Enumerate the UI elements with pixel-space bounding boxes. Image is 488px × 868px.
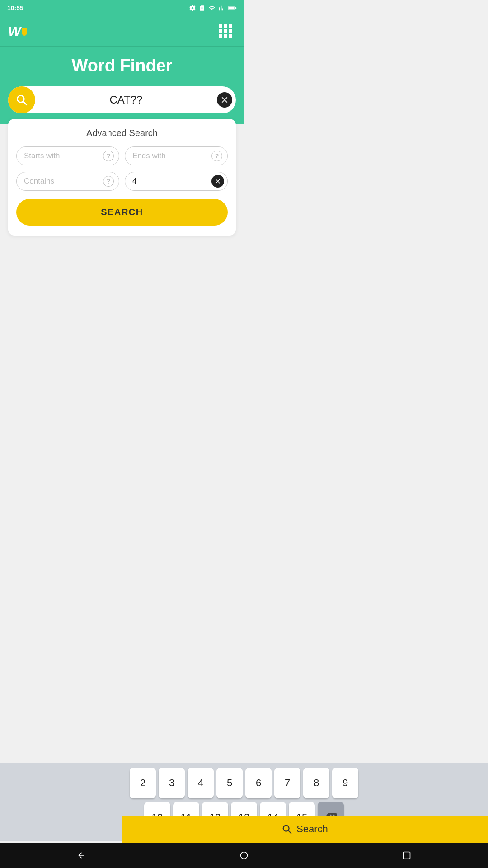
starts-with-help-icon[interactable]: ? bbox=[103, 151, 114, 161]
svg-rect-1 bbox=[235, 7, 237, 9]
wifi-icon bbox=[208, 5, 216, 11]
status-bar: 10:55 bbox=[0, 0, 244, 16]
signal-icon bbox=[219, 5, 225, 11]
main-search-bar bbox=[8, 86, 236, 113]
advanced-search-panel: Advanced Search ? ? ? SEARCH bbox=[8, 119, 236, 236]
logo-dot bbox=[22, 28, 27, 36]
magnify-icon bbox=[16, 94, 28, 106]
close-icon bbox=[221, 96, 228, 104]
status-time: 10:55 bbox=[7, 5, 23, 12]
nav-bar: W bbox=[0, 16, 244, 47]
length-wrap bbox=[125, 172, 228, 191]
advanced-search-button[interactable]: SEARCH bbox=[16, 199, 228, 226]
page-title: Word Finder bbox=[8, 56, 236, 75]
grid-menu-button[interactable] bbox=[215, 21, 236, 42]
logo-text: W bbox=[8, 24, 21, 38]
advanced-search-title: Advanced Search bbox=[16, 128, 228, 138]
main-clear-button[interactable] bbox=[217, 92, 232, 108]
battery-icon bbox=[228, 5, 237, 11]
close-small-icon bbox=[215, 179, 221, 184]
svg-line-4 bbox=[23, 102, 27, 105]
starts-with-wrap: ? bbox=[16, 146, 119, 165]
advanced-row-2: ? bbox=[16, 172, 228, 191]
contains-help-icon[interactable]: ? bbox=[103, 176, 114, 187]
main-search-input[interactable] bbox=[35, 94, 217, 106]
status-icons bbox=[189, 5, 237, 12]
app-logo: W bbox=[8, 24, 27, 38]
main-search-button[interactable] bbox=[8, 86, 35, 113]
length-clear-button[interactable] bbox=[211, 175, 224, 188]
settings-icon bbox=[189, 5, 196, 12]
ends-with-wrap: ? bbox=[125, 146, 228, 165]
grid-icon bbox=[219, 24, 232, 38]
header-section: Word Finder bbox=[0, 47, 244, 124]
sim-icon bbox=[199, 5, 205, 12]
ends-with-help-icon[interactable]: ? bbox=[211, 151, 222, 161]
svg-rect-2 bbox=[228, 7, 234, 9]
contains-wrap: ? bbox=[16, 172, 119, 191]
advanced-row-1: ? ? bbox=[16, 146, 228, 165]
